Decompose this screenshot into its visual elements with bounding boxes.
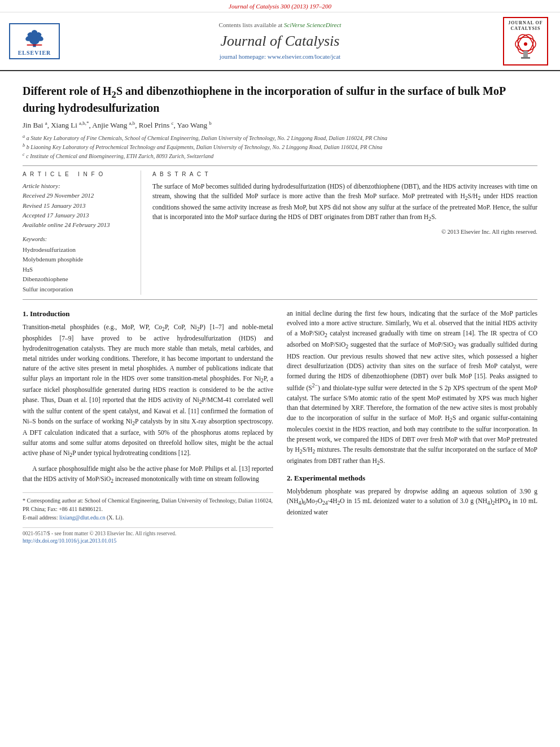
authors-line: Jin Bai a, Xiang Li a,b,*, Anjie Wang a,… (23, 120, 537, 131)
received-date: Received 29 November 2012 (23, 191, 132, 200)
main-left-column: 1. Introduction Transition-metal phosphi… (23, 309, 273, 545)
affiliation-c: c c Institute of Chemical and Bioenginee… (23, 151, 537, 160)
journal-header: ELSEVIER Contents lists available at Sci… (0, 12, 560, 71)
article-info-column: A R T I C L E I N F O Article history: R… (23, 171, 141, 295)
svg-rect-13 (523, 51, 528, 58)
journal-homepage: journal homepage: www.elsevier.com/locat… (220, 53, 340, 61)
footer-bar: 0021-9517/$ - see front matter © 2013 El… (23, 527, 273, 545)
section1-right-text: an initial decline during the first few … (287, 309, 537, 468)
divider-2 (23, 299, 537, 300)
doi-line: http://dx.doi.org/10.1016/j.jcat.2013.01… (23, 538, 273, 545)
abstract-label: A B S T R A C T (152, 171, 537, 178)
svg-rect-14 (521, 57, 530, 59)
accepted-date: Accepted 17 January 2013 (23, 211, 132, 220)
elsevier-tree-icon (20, 25, 49, 48)
homepage-url[interactable]: www.elsevier.com/locate/jcat (268, 53, 340, 60)
svg-point-12 (524, 42, 527, 46)
abstract-text: The surface of MoP becomes sulfided duri… (152, 182, 537, 224)
elsevier-wordmark: ELSEVIER (18, 49, 51, 57)
keywords-label: Keywords: (23, 235, 132, 243)
keyword-4: Dibenzothiophene (23, 274, 132, 285)
affiliation-a: a a State Key Laboratory of Fine Chemica… (23, 133, 537, 142)
keywords-list: Hydrodesulfurization Molybdenum phosphid… (23, 245, 132, 295)
section2-text: Molybdenum phosphate was prepared by dro… (287, 487, 537, 518)
corresponding-footnote: * Corresponding author at: School of Che… (23, 496, 273, 513)
section2-heading: 2. Experimental methods (287, 473, 537, 483)
section1-text: Transition-metal phosphides (e.g., MoP, … (23, 322, 273, 486)
copyright-line: © 2013 Elsevier Inc. All rights reserved… (152, 228, 537, 237)
jc-logo-title: JOURNAL OFCATALYSIS (508, 20, 544, 31)
revised-date: Revised 15 January 2013 (23, 202, 132, 210)
article-body: Different role of H2S and dibenzothiophe… (0, 71, 560, 557)
affiliation-b: b b Liaoning Key Laboratory of Petrochem… (23, 142, 537, 151)
keyword-3: H₂S (23, 265, 132, 275)
section1-heading: 1. Introduction (23, 309, 273, 319)
email-footnote: E-mail address: lixiang@dlut.edu.cn (X. … (23, 513, 273, 522)
keyword-2: Molybdenum phosphide (23, 255, 132, 265)
journal-reference-bar: Journal of Catalysis 300 (2013) 197–200 (0, 0, 560, 12)
elsevier-logo: ELSEVIER (9, 23, 60, 59)
jc-logo-image (509, 33, 542, 61)
footnotes: * Corresponding author at: School of Che… (23, 492, 273, 522)
journal-reference: Journal of Catalysis 300 (2013) 197–200 (229, 3, 331, 10)
journal-header-center: Contents lists available at SciVerse Sci… (65, 21, 495, 61)
article-title: Different role of H2S and dibenzothiophe… (23, 84, 537, 116)
svg-rect-8 (27, 45, 42, 46)
sciverse-line: Contents lists available at SciVerse Sci… (219, 21, 342, 29)
sciverse-link[interactable]: SciVerse ScienceDirect (284, 21, 341, 28)
article-history-label: Article history: (23, 182, 132, 190)
doi-link[interactable]: http://dx.doi.org/10.1016/j.jcat.2013.01… (23, 538, 116, 544)
issn-line: 0021-9517/$ - see front matter © 2013 El… (23, 530, 273, 538)
available-date: Available online 24 February 2013 (23, 221, 132, 229)
main-right-column: an initial decline during the first few … (287, 309, 537, 545)
journal-title: Journal of Catalysis (221, 31, 340, 51)
article-info-label: A R T I C L E I N F O (23, 171, 132, 178)
keyword-5: Sulfur incorporation (23, 285, 132, 295)
jc-logo-box: JOURNAL OFCATALYSIS (500, 17, 551, 65)
divider-1 (23, 165, 537, 166)
email-link[interactable]: lixiang@dlut.edu.cn (59, 514, 105, 521)
article-info-abstract: A R T I C L E I N F O Article history: R… (23, 171, 537, 295)
main-content: 1. Introduction Transition-metal phosphi… (23, 309, 537, 545)
keyword-1: Hydrodesulfurization (23, 245, 132, 255)
abstract-column: A B S T R A C T The surface of MoP becom… (152, 171, 537, 295)
svg-point-3 (32, 30, 38, 36)
affiliations: a a State Key Laboratory of Fine Chemica… (23, 133, 537, 161)
